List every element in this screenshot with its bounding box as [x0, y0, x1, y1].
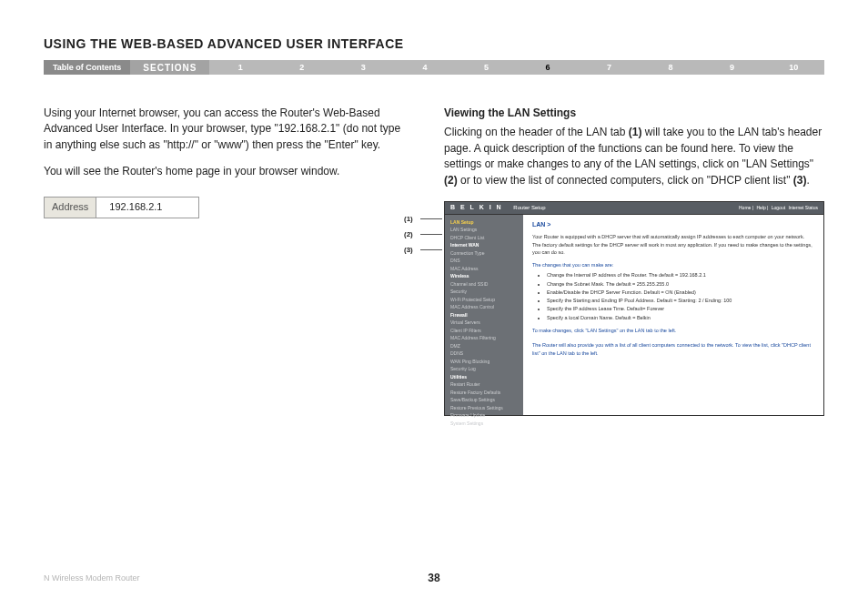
section-2[interactable]: 2 [271, 60, 333, 75]
content-p1: Your Router is equipped with a DHCP serv… [532, 233, 814, 256]
address-bar: Address 192.168.2.1 [44, 197, 199, 218]
sidebar-item-17[interactable]: DDNS [445, 350, 523, 358]
callout-1: (1) [404, 214, 413, 229]
sections-label: SECTIONS [130, 60, 209, 75]
section-1[interactable]: 1 [209, 60, 271, 75]
link-home[interactable]: Home [739, 205, 751, 210]
sidebar-item-22[interactable]: Restore Factory Defaults [445, 389, 523, 397]
section-5[interactable]: 5 [456, 60, 518, 75]
link-status[interactable]: Internet Status [788, 205, 818, 210]
bullet-1: Change the Subnet Mask. The default = 25… [547, 280, 814, 288]
sidebar-item-2[interactable]: DHCP Client List [445, 234, 523, 242]
content-p2: The changes that you can make are: [532, 261, 814, 269]
router-screenshot: (1) (2) (3) B E L K I N Router Setup Hom… [444, 201, 824, 416]
section-8[interactable]: 8 [640, 60, 701, 75]
router-header-links: Home | Help | Logout Internet Status [737, 205, 818, 211]
router-sidebar: LAN SetupLAN SettingsDHCP Client ListInt… [445, 215, 523, 415]
bullet-3: Specify the Starting and Ending IP Pool … [547, 297, 814, 304]
page-footer: N Wireless Modem Router 38 [44, 573, 824, 583]
section-3[interactable]: 3 [333, 60, 395, 75]
footer-product: N Wireless Modem Router [44, 573, 140, 583]
sidebar-item-5[interactable]: DNS [445, 257, 523, 265]
callouts: (1) (2) (3) [404, 214, 413, 260]
link-help[interactable]: Help [756, 205, 765, 210]
sidebar-item-9[interactable]: Security [445, 288, 523, 296]
sidebar-item-6[interactable]: MAC Address [445, 265, 523, 273]
sidebar-item-12[interactable]: Firewall [445, 311, 523, 319]
sidebar-item-8[interactable]: Channel and SSID [445, 280, 523, 289]
lan-subhead: Viewing the LAN Settings [444, 106, 824, 121]
sidebar-item-20[interactable]: Utilities [445, 373, 523, 381]
sidebar-item-25[interactable]: Firmware Update [445, 411, 523, 420]
section-10[interactable]: 10 [762, 60, 824, 75]
section-4[interactable]: 4 [394, 60, 456, 75]
sidebar-item-19[interactable]: Security Log [445, 365, 523, 373]
address-label: Address [45, 198, 96, 218]
callout-2: (2) [404, 229, 413, 245]
sidebar-item-3[interactable]: Internet WAN [445, 241, 523, 249]
sidebar-item-23[interactable]: Save/Backup Settings [445, 396, 523, 404]
left-column: Using your Internet browser, you can acc… [44, 106, 408, 416]
sidebar-item-16[interactable]: DMZ [445, 342, 523, 350]
section-6[interactable]: 6 [517, 60, 579, 75]
sidebar-item-10[interactable]: Wi-Fi Protected Setup [445, 296, 523, 304]
content-heading: LAN > [532, 220, 814, 230]
callout-3: (3) [404, 245, 413, 260]
page-number: 38 [428, 572, 439, 584]
content-p3: To make changes, click "LAN Settings" on… [532, 327, 814, 334]
bullet-0: Change the Internal IP address of the Ro… [547, 271, 814, 279]
bullet-4: Specify the IP address Lease Time. Defau… [547, 305, 814, 312]
section-nav: Table of Contents SECTIONS 1 2 3 4 5 6 7… [44, 60, 824, 75]
sidebar-item-24[interactable]: Restore Previous Settings [445, 404, 523, 412]
lan-paragraph: Clicking on the header of the LAN tab (1… [444, 125, 824, 188]
toc-link[interactable]: Table of Contents [44, 60, 130, 75]
sidebar-item-14[interactable]: Client IP Filters [445, 327, 523, 335]
sidebar-item-15[interactable]: MAC Address Filtering [445, 334, 523, 342]
intro-paragraph-1: Using your Internet browser, you can acc… [44, 106, 408, 153]
content-bullets: Change the Internal IP address of the Ro… [547, 271, 814, 321]
sidebar-item-18[interactable]: WAN Ping Blocking [445, 358, 523, 366]
sidebar-item-26[interactable]: System Settings [445, 420, 523, 428]
router-setup-label: Router Setup [513, 205, 545, 210]
router-ui: B E L K I N Router Setup Home | Help | L… [444, 201, 824, 416]
sidebar-item-0[interactable]: LAN Setup [445, 218, 523, 227]
page-title: USING THE WEB-BASED ADVANCED USER INTERF… [44, 36, 824, 51]
sidebar-item-7[interactable]: Wireless [445, 272, 523, 280]
content-p4: The Router will also provide you with a … [532, 341, 814, 357]
link-logout[interactable]: Logout [772, 205, 785, 210]
section-9[interactable]: 9 [701, 60, 763, 75]
bullet-2: Enable/Disable the DHCP Server Function.… [547, 289, 814, 296]
sidebar-item-21[interactable]: Restart Router [445, 380, 523, 389]
router-content: LAN > Your Router is equipped with a DHC… [523, 215, 823, 415]
router-brand: B E L K I N [450, 204, 503, 210]
right-column: Viewing the LAN Settings Clicking on the… [444, 106, 824, 416]
sidebar-item-4[interactable]: Connection Type [445, 249, 523, 258]
sidebar-item-1[interactable]: LAN Settings [445, 226, 523, 234]
router-header: B E L K I N Router Setup Home | Help | L… [445, 202, 823, 215]
sidebar-item-11[interactable]: MAC Address Control [445, 303, 523, 311]
section-7[interactable]: 7 [579, 60, 641, 75]
sidebar-item-13[interactable]: Virtual Servers [445, 319, 523, 327]
intro-paragraph-2: You will see the Router's home page in y… [44, 164, 408, 179]
address-value: 192.168.2.1 [96, 198, 198, 218]
bullet-5: Specify a local Domain Name. Default = B… [547, 314, 814, 321]
